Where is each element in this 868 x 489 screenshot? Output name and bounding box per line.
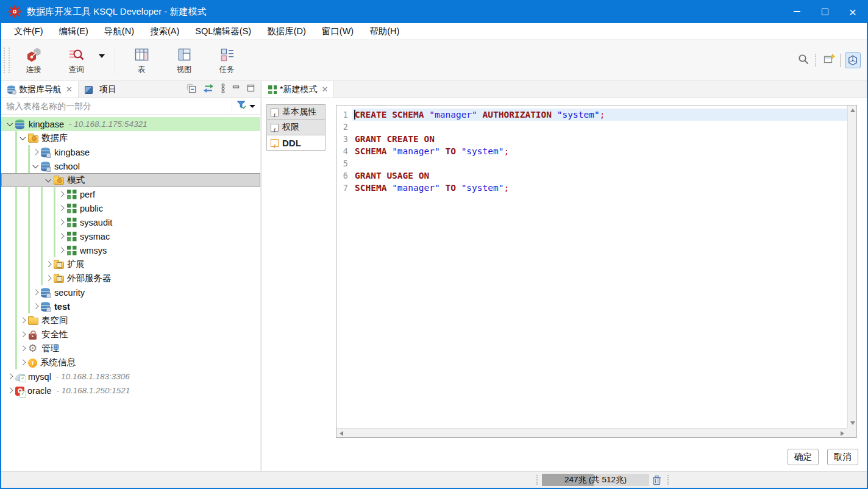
chevron-down-icon[interactable]	[43, 173, 54, 187]
chevron-right-icon[interactable]	[43, 271, 54, 285]
menu-item[interactable]: SQL编辑器(S)	[187, 23, 259, 39]
tab-projects[interactable]: 项目	[79, 81, 122, 98]
trash-icon[interactable]	[652, 475, 661, 485]
table-button[interactable]: 表	[122, 46, 161, 75]
statusbar-grip[interactable]	[667, 475, 670, 485]
close-tab-icon[interactable]: ✕	[66, 85, 73, 94]
tree-filter-input[interactable]	[1, 101, 232, 111]
chevron-right-icon[interactable]	[18, 355, 28, 369]
filter-funnel-icon[interactable]	[236, 99, 247, 113]
close-icon: ×	[849, 5, 856, 18]
tree-item-public[interactable]: public	[1, 201, 260, 215]
scroll-up-icon[interactable]	[850, 109, 855, 112]
tree-item-perf[interactable]: perf	[1, 187, 260, 201]
tab-database-navigator[interactable]: 数据库导航 ✕	[1, 81, 79, 98]
menu-item[interactable]: 帮助(H)	[361, 23, 407, 39]
view-button[interactable]: 视图	[165, 46, 204, 75]
menu-item[interactable]: 搜索(A)	[142, 23, 187, 39]
code-line[interactable]: 4SCHEMA "manager" TO "system";	[336, 145, 847, 157]
chevron-right-icon[interactable]	[56, 187, 66, 201]
scroll-left-icon[interactable]	[340, 431, 343, 436]
close-tab-icon[interactable]: ✕	[321, 85, 328, 94]
table-icon	[133, 46, 150, 63]
link-editor-icon[interactable]	[202, 83, 215, 96]
menu-item[interactable]: 导航(N)	[96, 23, 142, 39]
chevron-right-icon[interactable]	[5, 384, 15, 398]
tree-item-管理[interactable]: 管理	[1, 341, 260, 355]
chevron-down-icon[interactable]	[18, 131, 28, 145]
tree-item-数据库[interactable]: 数据库	[1, 131, 260, 145]
tree-item-系统信息[interactable]: 系统信息	[1, 355, 260, 369]
cancel-button[interactable]: 取消	[827, 449, 858, 465]
tree-item-oracle[interactable]: oracle- 10.168.1.250:1521	[1, 384, 260, 398]
chevron-right-icon[interactable]	[5, 369, 15, 384]
code-line[interactable]: 3GRANT CREATE ON	[336, 133, 847, 145]
tab-new-schema-editor[interactable]: *新建模式 ✕	[262, 81, 334, 98]
tree-item-sysaudit[interactable]: sysaudit	[1, 215, 260, 229]
tree-item-表空间[interactable]: 表空间	[1, 313, 260, 327]
tree-item-school[interactable]: school	[1, 159, 260, 173]
chevron-down-icon[interactable]	[99, 54, 105, 58]
code-line[interactable]: 2	[336, 121, 847, 133]
chevron-right-icon[interactable]	[43, 257, 54, 271]
code-line[interactable]: 6GRANT USAGE ON	[336, 170, 847, 182]
chevron-right-icon[interactable]	[30, 299, 41, 313]
toolbar-grip[interactable]	[815, 54, 817, 66]
maximize-panel-icon[interactable]	[246, 84, 255, 95]
scroll-down-icon[interactable]	[850, 421, 855, 425]
search-icon[interactable]	[797, 53, 809, 68]
maximize-button[interactable]	[811, 0, 839, 23]
tree-item-kingbase[interactable]: kingbase- 10.168.1.175:54321	[1, 117, 260, 131]
menu-item[interactable]: 窗口(W)	[314, 23, 361, 39]
chevron-right-icon[interactable]	[30, 285, 41, 299]
menu-item[interactable]: 文件(F)	[6, 23, 51, 39]
chevron-right-icon[interactable]	[56, 215, 66, 229]
code-line[interactable]: 1CREATE SCHEMA "manager" AUTHORIZATION "…	[336, 109, 847, 121]
tree-item-模式[interactable]: 模式	[1, 173, 260, 187]
chevron-down-icon[interactable]	[249, 105, 255, 108]
chevron-right-icon[interactable]	[18, 341, 28, 355]
chevron-right-icon[interactable]	[56, 201, 66, 215]
toolbar-grip[interactable]	[4, 48, 6, 73]
menu-item[interactable]: 编辑(E)	[51, 23, 96, 39]
task-button[interactable]: 任务	[207, 46, 246, 75]
minimize-panel-icon[interactable]	[232, 84, 241, 95]
tree-item-wmsys[interactable]: wmsys	[1, 243, 260, 257]
ok-button[interactable]: 确定	[788, 449, 819, 465]
collapse-all-icon[interactable]	[186, 83, 197, 96]
side-tab-ddl[interactable]: DDL	[266, 135, 326, 151]
tree-item-外部服务器[interactable]: 外部服务器	[1, 271, 260, 285]
connection-button[interactable]: 连接	[14, 46, 53, 75]
chevron-right-icon[interactable]	[56, 243, 66, 257]
chevron-right-icon[interactable]	[18, 313, 28, 327]
chevron-right-icon[interactable]	[18, 327, 28, 341]
close-button[interactable]: ×	[839, 0, 867, 23]
tree-item-mysql[interactable]: mysql- 10.168.1.183:3306	[1, 369, 260, 384]
horizontal-scrollbar[interactable]	[336, 428, 847, 437]
tree-item-kingbase[interactable]: kingbase	[1, 145, 260, 159]
chevron-down-icon[interactable]	[30, 159, 41, 173]
minimize-button[interactable]	[783, 0, 811, 23]
side-tab-permissions[interactable]: 权限	[266, 120, 326, 135]
vertical-scrollbar[interactable]	[847, 105, 856, 428]
new-window-icon[interactable]	[823, 53, 836, 68]
tree-item-security[interactable]: security	[1, 285, 260, 299]
menu-item[interactable]: 数据库(D)	[259, 23, 314, 39]
side-tab-basic-properties[interactable]: 基本属性	[266, 104, 326, 120]
statusbar-grip[interactable]	[536, 475, 539, 485]
tree-item-安全性[interactable]: 安全性	[1, 327, 260, 341]
chevron-right-icon[interactable]	[56, 229, 66, 243]
tree-item-test[interactable]: test	[1, 299, 260, 313]
toolbar-grip[interactable]	[9, 48, 11, 73]
query-button[interactable]: 查询	[57, 46, 96, 75]
tree-item-sysmac[interactable]: sysmac	[1, 229, 260, 243]
view-menu-icon[interactable]	[220, 83, 226, 96]
chevron-down-icon[interactable]	[5, 117, 15, 131]
code-line[interactable]: 5	[336, 157, 847, 170]
perspective-icon[interactable]	[845, 52, 861, 68]
tree-item-扩展[interactable]: 扩展	[1, 257, 260, 271]
scroll-right-icon[interactable]	[841, 431, 844, 436]
code-line[interactable]: 7SCHEMA "manager" TO "system";	[336, 182, 847, 194]
chevron-right-icon[interactable]	[30, 145, 41, 159]
code-lines[interactable]: 1CREATE SCHEMA "manager" AUTHORIZATION "…	[336, 105, 847, 428]
